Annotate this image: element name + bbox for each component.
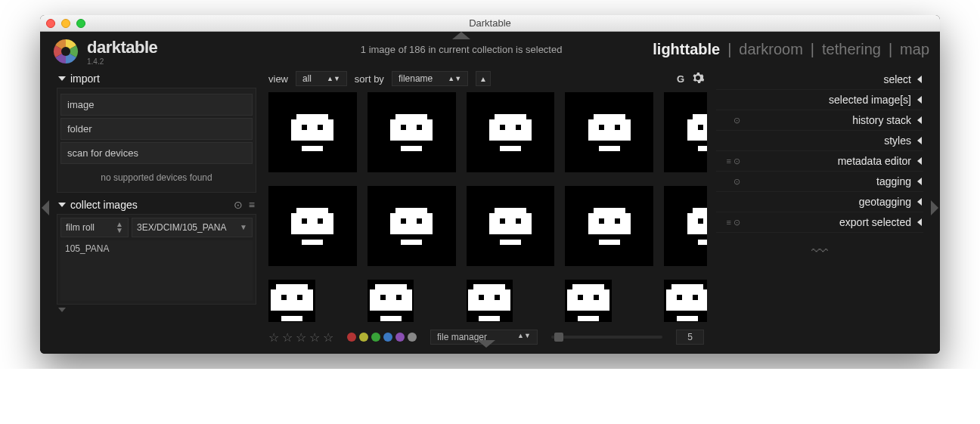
thumbnail[interactable] <box>268 280 315 322</box>
gear-icon[interactable] <box>692 72 704 86</box>
sort-select[interactable]: filename ▲▼ <box>392 71 468 86</box>
sort-label: sort by <box>355 73 384 85</box>
titlebar: Darktable <box>40 15 940 32</box>
collapse-top-arrow-icon[interactable] <box>452 32 470 39</box>
color-label-1[interactable] <box>359 333 368 342</box>
collect-result-list[interactable]: 105_PANA <box>60 240 253 301</box>
view-filter-select[interactable]: all ▲▼ <box>296 71 347 86</box>
star-2-button[interactable]: ☆ <box>282 330 293 345</box>
collect-rule-type-label: film roll <box>66 222 95 233</box>
color-label-2[interactable] <box>371 333 380 342</box>
collect-presets-icon[interactable]: ≡ <box>249 199 255 211</box>
thumbnail[interactable] <box>268 92 357 172</box>
chevron-left-icon <box>917 137 922 144</box>
scan-devices-button[interactable]: scan for devices <box>60 142 253 164</box>
grouping-button[interactable]: G <box>677 73 684 85</box>
chevron-down-icon <box>58 203 66 207</box>
tab-tethering[interactable]: tethering <box>822 41 881 58</box>
import-folder-button[interactable]: folder <box>60 118 253 140</box>
collect-reset-icon[interactable]: ⊙ <box>234 199 243 211</box>
color-label-3[interactable] <box>383 333 392 342</box>
brand-name: darktable <box>87 38 157 57</box>
thumbnail[interactable] <box>664 280 707 322</box>
color-label-0[interactable] <box>347 333 356 342</box>
color-label-5[interactable] <box>408 333 417 342</box>
tab-separator: | <box>803 41 822 58</box>
color-label-4[interactable] <box>395 333 405 342</box>
logo-block: darktable 1.4.2 <box>51 36 270 67</box>
chevron-left-icon <box>917 157 922 165</box>
topbar: darktable 1.4.2 1 image of 186 in curren… <box>40 32 940 67</box>
rating-stars: ☆ ☆ ☆ ☆ ☆ <box>268 330 333 345</box>
tab-lighttable[interactable]: lighttable <box>653 41 720 58</box>
sort-direction-button[interactable]: ▲ <box>476 71 491 86</box>
updown-icon: ▲▼ <box>327 75 340 82</box>
more-modules-icon[interactable] <box>58 308 66 312</box>
right-module-history-stack[interactable]: ⊙history stack <box>716 110 923 131</box>
thumbnail[interactable] <box>467 92 555 172</box>
updown-icon: ▲▼ <box>116 221 123 234</box>
module-presets-icon[interactable]: ≡ ⊙ <box>718 218 740 227</box>
chevron-left-icon <box>917 218 922 226</box>
chevron-left-icon <box>917 116 922 124</box>
color-labels <box>347 333 417 342</box>
thumbnail[interactable] <box>368 186 456 266</box>
collect-result-item[interactable]: 105_PANA <box>65 243 248 254</box>
module-label: selected image[s] <box>746 94 911 106</box>
thumbnail[interactable] <box>565 92 653 172</box>
thumbnail[interactable] <box>664 186 707 266</box>
tab-darkroom[interactable]: darkroom <box>739 41 802 58</box>
right-module-selected-image-s-[interactable]: selected image[s] <box>716 90 923 110</box>
module-presets-icon[interactable]: ⊙ <box>718 177 740 187</box>
module-presets-icon[interactable]: ⊙ <box>718 116 740 125</box>
module-presets-icon[interactable]: ≡ ⊙ <box>718 156 740 166</box>
thumbnail[interactable] <box>368 280 414 322</box>
star-4-button[interactable]: ☆ <box>309 330 320 345</box>
thumbnail[interactable] <box>565 280 612 322</box>
chevron-left-icon <box>42 200 49 215</box>
thumbnail[interactable] <box>467 186 555 266</box>
thumbnail[interactable] <box>467 280 513 322</box>
module-label: history stack <box>746 114 911 126</box>
right-module-geotagging[interactable]: geotagging <box>716 192 923 212</box>
collect-rule-path-select[interactable]: 3EX/DCIM/105_PANA ▼ <box>132 218 253 237</box>
chevron-left-icon <box>917 178 922 185</box>
zoom-slider[interactable] <box>551 336 662 339</box>
module-import-header[interactable]: import <box>57 70 256 88</box>
right-module-metadata-editor[interactable]: ≡ ⊙metadata editor <box>716 151 923 172</box>
collect-rule-type-select[interactable]: film roll ▲▼ <box>60 218 129 237</box>
view-filter-label: view <box>268 73 288 85</box>
slider-thumb[interactable] <box>554 333 563 342</box>
module-collect-header[interactable]: collect images ⊙ ≡ <box>57 196 256 214</box>
tab-map[interactable]: map <box>900 41 929 58</box>
sort-value: filename <box>399 73 433 84</box>
right-module-styles[interactable]: styles <box>716 131 923 151</box>
collapse-bottom-arrow-icon[interactable] <box>477 340 495 348</box>
right-module-tagging[interactable]: ⊙tagging <box>716 172 923 192</box>
updown-icon: ▲▼ <box>448 75 461 82</box>
thumbnail[interactable] <box>565 186 653 266</box>
module-label: select <box>746 73 911 85</box>
star-3-button[interactable]: ☆ <box>296 330 306 345</box>
center-view: view all ▲▼ sort by filename ▲▼ ▲ G <box>262 70 710 346</box>
collapse-left-panel-button[interactable] <box>40 70 51 346</box>
collapse-right-panel-button[interactable] <box>929 70 940 346</box>
chevron-left-icon <box>917 76 922 83</box>
chevron-left-icon <box>917 198 922 206</box>
thumbnail[interactable] <box>664 92 707 172</box>
module-label: export selected <box>746 216 911 228</box>
app-window: Darktable darktable <box>40 15 940 354</box>
thumbnail[interactable] <box>368 92 456 172</box>
star-1-button[interactable]: ☆ <box>268 330 279 345</box>
thumbnail[interactable] <box>268 186 357 266</box>
view-filter-value: all <box>302 73 312 84</box>
right-module-export-selected[interactable]: ≡ ⊙export selected <box>716 212 923 233</box>
import-image-button[interactable]: image <box>60 94 253 116</box>
main-body: import image folder scan for devices no … <box>40 67 940 354</box>
chevron-down-icon: ▼ <box>240 224 247 231</box>
right-module-select[interactable]: select <box>716 70 923 90</box>
module-import-title: import <box>70 73 100 85</box>
star-5-button[interactable]: ☆ <box>323 330 333 345</box>
zoom-value: 5 <box>676 330 704 345</box>
collect-rule-path-label: 3EX/DCIM/105_PANA <box>137 222 227 233</box>
